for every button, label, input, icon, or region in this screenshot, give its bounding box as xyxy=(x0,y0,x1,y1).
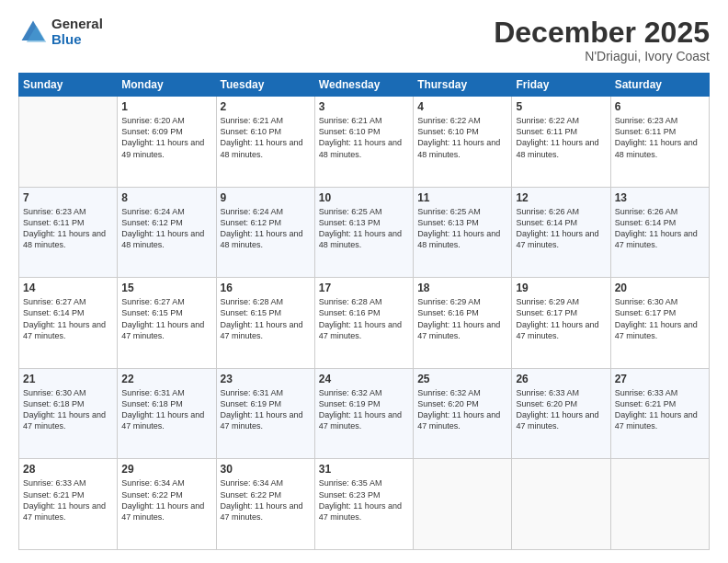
cell-0-2: 2Sunrise: 6:21 AMSunset: 6:10 PMDaylight… xyxy=(216,97,314,188)
day-number: 28 xyxy=(23,463,113,476)
cell-2-6: 20Sunrise: 6:30 AMSunset: 6:17 PMDayligh… xyxy=(610,278,709,369)
col-friday: Friday xyxy=(512,74,610,97)
logo-text: General Blue xyxy=(51,17,103,47)
cell-1-5: 12Sunrise: 6:26 AMSunset: 6:14 PMDayligh… xyxy=(512,187,610,278)
cell-4-6 xyxy=(610,459,709,550)
cell-info: Sunrise: 6:29 AMSunset: 6:17 PMDaylight:… xyxy=(516,296,606,341)
day-number: 25 xyxy=(417,373,507,385)
day-number: 2 xyxy=(221,100,311,113)
day-number: 7 xyxy=(23,191,113,204)
cell-info: Sunrise: 6:35 AMSunset: 6:23 PMDaylight:… xyxy=(319,477,409,523)
cell-info: Sunrise: 6:33 AMSunset: 6:21 PMDaylight:… xyxy=(615,387,705,432)
cell-2-0: 14Sunrise: 6:27 AMSunset: 6:14 PMDayligh… xyxy=(19,278,118,369)
cell-1-2: 9Sunrise: 6:24 AMSunset: 6:12 PMDaylight… xyxy=(216,187,314,278)
logo-icon xyxy=(18,17,48,47)
day-number: 9 xyxy=(221,191,311,204)
logo-general-text: General xyxy=(51,17,103,32)
cell-info: Sunrise: 6:31 AMSunset: 6:18 PMDaylight:… xyxy=(121,387,211,432)
cell-4-2: 30Sunrise: 6:34 AMSunset: 6:22 PMDayligh… xyxy=(216,459,314,550)
cell-2-5: 19Sunrise: 6:29 AMSunset: 6:17 PMDayligh… xyxy=(512,278,610,369)
cell-info: Sunrise: 6:23 AMSunset: 6:11 PMDaylight:… xyxy=(23,206,113,251)
cell-1-4: 11Sunrise: 6:25 AMSunset: 6:13 PMDayligh… xyxy=(414,187,512,278)
day-number: 29 xyxy=(121,463,211,476)
location-subtitle: N'Driagui, Ivory Coast xyxy=(494,49,710,63)
week-row-2: 7Sunrise: 6:23 AMSunset: 6:11 PMDaylight… xyxy=(19,187,710,278)
day-number: 19 xyxy=(516,282,606,294)
cell-0-3: 3Sunrise: 6:21 AMSunset: 6:10 PMDaylight… xyxy=(314,97,413,188)
month-title: December 2025 xyxy=(494,17,710,49)
cell-3-6: 27Sunrise: 6:33 AMSunset: 6:21 PMDayligh… xyxy=(610,368,709,459)
day-number: 20 xyxy=(615,282,705,294)
day-number: 17 xyxy=(319,282,409,294)
cell-info: Sunrise: 6:21 AMSunset: 6:10 PMDaylight:… xyxy=(221,115,311,160)
week-row-4: 21Sunrise: 6:30 AMSunset: 6:18 PMDayligh… xyxy=(19,368,710,459)
day-number: 15 xyxy=(121,282,211,294)
cell-2-4: 18Sunrise: 6:29 AMSunset: 6:16 PMDayligh… xyxy=(414,278,512,369)
day-number: 26 xyxy=(516,373,606,385)
cell-4-5 xyxy=(512,459,610,550)
day-number: 30 xyxy=(221,463,311,476)
cell-info: Sunrise: 6:26 AMSunset: 6:14 PMDaylight:… xyxy=(516,206,606,251)
cell-1-0: 7Sunrise: 6:23 AMSunset: 6:11 PMDaylight… xyxy=(19,187,118,278)
cell-3-5: 26Sunrise: 6:33 AMSunset: 6:20 PMDayligh… xyxy=(512,368,610,459)
day-number: 14 xyxy=(23,282,113,294)
cell-info: Sunrise: 6:24 AMSunset: 6:12 PMDaylight:… xyxy=(121,206,211,251)
cell-info: Sunrise: 6:20 AMSunset: 6:09 PMDaylight:… xyxy=(121,115,211,160)
title-block: December 2025 N'Driagui, Ivory Coast xyxy=(494,17,710,63)
cell-3-3: 24Sunrise: 6:32 AMSunset: 6:19 PMDayligh… xyxy=(314,368,413,459)
cell-2-3: 17Sunrise: 6:28 AMSunset: 6:16 PMDayligh… xyxy=(314,278,413,369)
cell-info: Sunrise: 6:28 AMSunset: 6:15 PMDaylight:… xyxy=(221,296,311,341)
cell-info: Sunrise: 6:22 AMSunset: 6:10 PMDaylight:… xyxy=(417,115,507,160)
cell-1-6: 13Sunrise: 6:26 AMSunset: 6:14 PMDayligh… xyxy=(610,187,709,278)
cell-info: Sunrise: 6:32 AMSunset: 6:20 PMDaylight:… xyxy=(417,387,507,432)
cell-info: Sunrise: 6:30 AMSunset: 6:18 PMDaylight:… xyxy=(23,387,113,432)
cell-1-3: 10Sunrise: 6:25 AMSunset: 6:13 PMDayligh… xyxy=(314,187,413,278)
cell-4-3: 31Sunrise: 6:35 AMSunset: 6:23 PMDayligh… xyxy=(314,459,413,550)
cell-info: Sunrise: 6:26 AMSunset: 6:14 PMDaylight:… xyxy=(615,206,705,251)
col-saturday: Saturday xyxy=(610,74,709,97)
day-number: 1 xyxy=(121,100,211,113)
cell-info: Sunrise: 6:25 AMSunset: 6:13 PMDaylight:… xyxy=(417,206,507,251)
cell-3-2: 23Sunrise: 6:31 AMSunset: 6:19 PMDayligh… xyxy=(216,368,314,459)
cell-0-4: 4Sunrise: 6:22 AMSunset: 6:10 PMDaylight… xyxy=(414,97,512,188)
calendar-table: Sunday Monday Tuesday Wednesday Thursday… xyxy=(18,73,710,550)
day-number: 5 xyxy=(516,100,606,113)
cell-info: Sunrise: 6:21 AMSunset: 6:10 PMDaylight:… xyxy=(319,115,409,160)
day-number: 3 xyxy=(319,100,409,113)
cell-info: Sunrise: 6:27 AMSunset: 6:15 PMDaylight:… xyxy=(121,296,211,341)
cell-2-1: 15Sunrise: 6:27 AMSunset: 6:15 PMDayligh… xyxy=(118,278,216,369)
logo-blue-text: Blue xyxy=(51,32,103,48)
col-tuesday: Tuesday xyxy=(216,74,314,97)
day-number: 27 xyxy=(615,373,705,385)
cell-3-0: 21Sunrise: 6:30 AMSunset: 6:18 PMDayligh… xyxy=(19,368,118,459)
calendar-header-row: Sunday Monday Tuesday Wednesday Thursday… xyxy=(19,74,710,97)
cell-info: Sunrise: 6:23 AMSunset: 6:11 PMDaylight:… xyxy=(615,115,705,160)
day-number: 8 xyxy=(121,191,211,204)
cell-4-1: 29Sunrise: 6:34 AMSunset: 6:22 PMDayligh… xyxy=(118,459,216,550)
week-row-5: 28Sunrise: 6:33 AMSunset: 6:21 PMDayligh… xyxy=(19,459,710,550)
day-number: 13 xyxy=(615,191,705,204)
day-number: 23 xyxy=(221,373,311,385)
day-number: 16 xyxy=(221,282,311,294)
day-number: 18 xyxy=(417,282,507,294)
cell-info: Sunrise: 6:33 AMSunset: 6:20 PMDaylight:… xyxy=(516,387,606,432)
day-number: 22 xyxy=(121,373,211,385)
day-number: 4 xyxy=(417,100,507,113)
cell-info: Sunrise: 6:28 AMSunset: 6:16 PMDaylight:… xyxy=(319,296,409,341)
cell-info: Sunrise: 6:34 AMSunset: 6:22 PMDaylight:… xyxy=(121,477,211,523)
col-sunday: Sunday xyxy=(19,74,118,97)
day-number: 6 xyxy=(615,100,705,113)
cell-3-1: 22Sunrise: 6:31 AMSunset: 6:18 PMDayligh… xyxy=(118,368,216,459)
day-number: 11 xyxy=(417,191,507,204)
day-number: 10 xyxy=(319,191,409,204)
cell-info: Sunrise: 6:33 AMSunset: 6:21 PMDaylight:… xyxy=(23,477,113,523)
cell-info: Sunrise: 6:25 AMSunset: 6:13 PMDaylight:… xyxy=(319,206,409,251)
page: General Blue December 2025 N'Driagui, Iv… xyxy=(0,0,728,563)
cell-0-5: 5Sunrise: 6:22 AMSunset: 6:11 PMDaylight… xyxy=(512,97,610,188)
logo: General Blue xyxy=(18,17,103,47)
col-thursday: Thursday xyxy=(414,74,512,97)
col-monday: Monday xyxy=(118,74,216,97)
cell-3-4: 25Sunrise: 6:32 AMSunset: 6:20 PMDayligh… xyxy=(414,368,512,459)
cell-1-1: 8Sunrise: 6:24 AMSunset: 6:12 PMDaylight… xyxy=(118,187,216,278)
day-number: 24 xyxy=(319,373,409,385)
